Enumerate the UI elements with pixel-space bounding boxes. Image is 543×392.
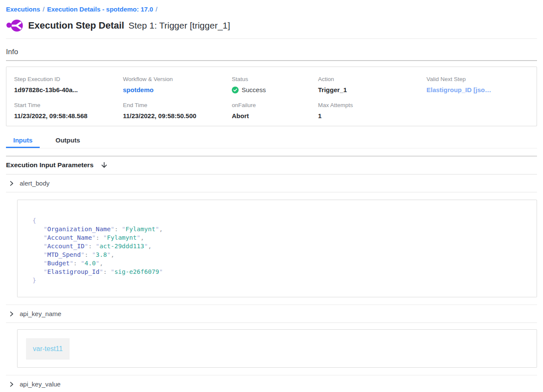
info-field-value: 1d97828c-13b6-40a... [14,85,123,94]
breadcrumb: Executions/Execution Details - spotdemo:… [6,0,537,13]
info-field-step-execution-id: Step Execution ID1d97828c-13b6-40a... [14,75,123,94]
info-field-value: 11/23/2022, 09:58:48.568 [14,111,123,120]
api-key-name-chip: var-test11 [26,338,70,360]
header-divider [6,38,537,39]
info-field-end-time: End Time11/23/2022, 09:58:50.500 [123,102,232,120]
info-field-label: Workflow & Version [123,75,232,83]
info-field-label: Max Attempts [318,102,426,109]
info-field-max-attempts: Max Attempts1 [318,102,426,120]
json-line: "Budget": "4.0", [32,259,522,267]
json-line: "Account_Name": "Fylamynt", [32,233,522,242]
json-line: { [32,216,522,225]
alert-body-json-viewer: {"Organization_Name": "Fylamynt","Accoun… [17,200,537,297]
info-field-value: Trigger_1 [318,85,426,94]
valid-next-step-link[interactable]: Elastigroup_ID [jso… [426,85,491,94]
success-check-icon [232,87,239,93]
chevron-right-icon [9,381,15,387]
chevron-right-icon [9,180,15,186]
download-arrow-icon[interactable] [100,161,108,169]
info-field-valid-next-step: Valid Next StepElastigroup_ID [jso… [426,75,529,94]
section-name: alert_body [20,180,50,187]
status-text: Success [242,85,266,94]
breadcrumb-link-execution-details[interactable]: Execution Details - spotdemo: 17.0 [47,6,153,13]
api-key-name-value-card: var-test11 [17,329,537,368]
json-line: "Elastigroup_Id": "sig-e26f6079" [32,267,522,276]
info-field-spacer [426,102,529,120]
info-field-label: Action [318,75,426,83]
tab-bar: Inputs Outputs [6,135,537,148]
info-field-label: Start Time [14,102,123,109]
section-name: api_key_name [20,310,61,317]
info-field-start-time: Start Time11/23/2022, 09:58:48.568 [14,102,123,120]
breadcrumb-separator: / [43,6,44,13]
info-heading: Info [6,48,537,56]
info-field-on-failure: onFailureAbort [232,102,318,120]
json-line: "Account_ID": "act-29ddd113", [32,242,522,250]
page-header: Execution Step Detail Step 1: Trigger [t… [6,18,537,33]
spacer [6,368,537,375]
section-api-key-name[interactable]: api_key_name [6,305,537,323]
info-field-value: Elastigroup_ID [jso… [426,85,529,94]
info-field-workflow-version: Workflow & Versionspotdemo [123,75,232,94]
breadcrumb-separator: / [156,6,158,13]
page-subtitle: Step 1: Trigger [trigger_1] [128,20,230,31]
json-line: } [32,276,522,285]
info-field-value: spotdemo [123,85,232,94]
info-field-status: StatusSuccess [232,75,318,94]
info-field-action: ActionTrigger_1 [318,75,426,94]
section-name: api_key_value [20,380,61,388]
page-title: Execution Step Detail [28,20,124,31]
info-field-value: Success [232,85,318,94]
execution-input-parameters-title: Execution Input Parameters [6,161,93,169]
execution-input-parameters-header: Execution Input Parameters [6,157,537,174]
breadcrumb-link-executions[interactable]: Executions [6,6,40,13]
json-line: "MTD_Spend": "3.8", [32,250,522,259]
execution-step-detail-page: Executions/Execution Details - spotdemo:… [0,0,543,392]
info-field-label: onFailure [232,102,318,109]
section-api-key-value[interactable]: api_key_value [6,375,537,392]
spacer [6,148,537,156]
info-field-label: Step Execution ID [14,75,123,83]
info-field-value: 1 [318,111,426,120]
json-line: "Organization_Name": "Fylamynt", [32,225,522,233]
section-alert-body[interactable]: alert_body [6,174,537,192]
info-field-label: End Time [123,102,232,109]
tab-inputs[interactable]: Inputs [6,135,40,148]
info-field-label: Status [232,75,318,83]
info-field-value: Abort [232,111,318,120]
info-field-value: 11/23/2022, 09:58:50.500 [123,111,232,120]
chevron-right-icon [9,311,15,317]
spacer [6,297,537,305]
info-card: Step Execution ID1d97828c-13b6-40a...Wor… [6,67,537,126]
workflow-version-link[interactable]: spotdemo [123,85,154,94]
fylamynt-logo-icon [6,18,23,33]
tab-outputs[interactable]: Outputs [48,135,88,148]
info-divider [6,60,537,61]
info-field-label: Valid Next Step [426,75,529,83]
